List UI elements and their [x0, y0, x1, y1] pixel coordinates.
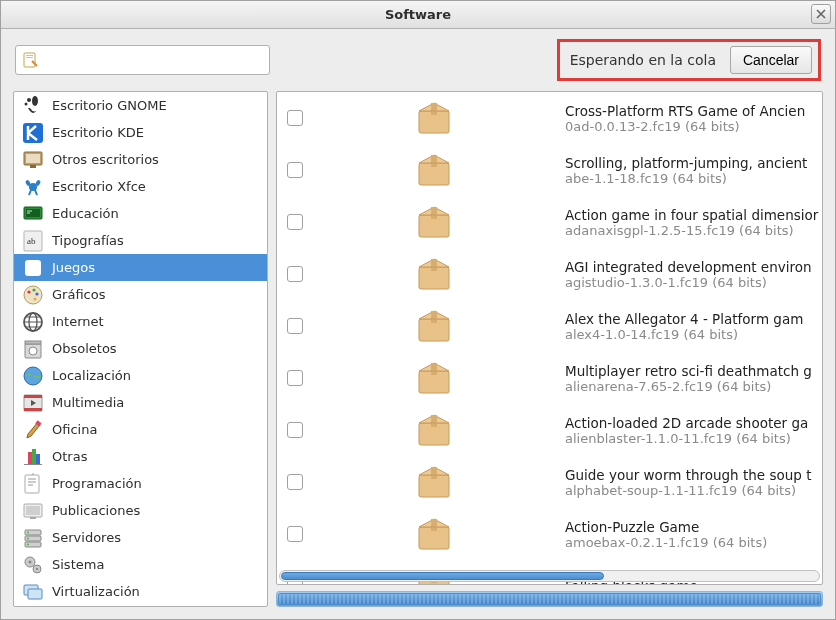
package-subtitle: alex4-1.0-14.fc19 (64 bits): [565, 327, 822, 342]
sidebar-item-kde[interactable]: Escritorio KDE: [14, 119, 267, 146]
package-checkbox[interactable]: [287, 162, 303, 178]
sidebar-item-servers[interactable]: Servidores: [14, 524, 267, 551]
sidebar-item-label: Otras: [52, 449, 87, 464]
sidebar-item-internet[interactable]: Internet: [14, 308, 267, 335]
sidebar-item-desktop[interactable]: Otros escritorios: [14, 146, 267, 173]
sidebar-item-label: Internet: [52, 314, 104, 329]
sidebar-item-fonts[interactable]: abTipografías: [14, 227, 267, 254]
status-highlight: Esperando en la cola Cancelar: [557, 39, 821, 81]
package-box-icon: [415, 359, 453, 397]
package-subtitle: agistudio-1.3.0-1.fc19 (64 bits): [565, 275, 822, 290]
package-box-icon: [415, 307, 453, 345]
svg-point-28: [29, 347, 37, 355]
locale-icon: [22, 365, 44, 387]
edit-find-icon: [22, 51, 40, 69]
svg-rect-74: [431, 519, 437, 531]
package-checkbox[interactable]: [287, 422, 303, 438]
package-checkbox[interactable]: [287, 474, 303, 490]
sidebar-item-system[interactable]: Sistema: [14, 551, 267, 578]
package-row[interactable]: Action-loaded 2D arcade shooter gaalienb…: [277, 404, 822, 456]
package-title: Action game in four spatial dimensior: [565, 207, 822, 223]
sidebar-item-label: Virtualización: [52, 584, 140, 599]
package-title: Guide your worm through the soup t: [565, 467, 822, 483]
package-row[interactable]: Cross-Platform RTS Game of Ancien0ad-0.0…: [277, 92, 822, 144]
sidebar-item-label: Servidores: [52, 530, 121, 545]
package-title: Multiplayer retro sci-fi deathmatch g: [565, 363, 822, 379]
package-box-icon: [415, 463, 453, 501]
package-row[interactable]: Alex the Allegator 4 - Platform gamalex4…: [277, 300, 822, 352]
sidebar-item-obsolete[interactable]: Obsoletos: [14, 335, 267, 362]
package-row[interactable]: Guide your worm through the soup talphab…: [277, 456, 822, 508]
sidebar-item-xfce[interactable]: Escritorio Xfce: [14, 173, 267, 200]
sidebar-item-multimedia[interactable]: Multimedia: [14, 389, 267, 416]
package-box-icon: [415, 255, 453, 293]
kde-icon: [22, 122, 44, 144]
package-box-icon: [415, 411, 453, 449]
svg-rect-29: [25, 341, 41, 344]
package-checkbox[interactable]: [287, 370, 303, 386]
package-text: Guide your worm through the soup talphab…: [565, 467, 822, 498]
search-input[interactable]: [15, 45, 270, 75]
sidebar-item-label: Publicaciones: [52, 503, 140, 518]
svg-rect-70: [431, 415, 437, 427]
dev-icon: [22, 473, 44, 495]
cancel-button[interactable]: Cancelar: [730, 46, 812, 74]
sidebar-item-locale[interactable]: Localización: [14, 362, 267, 389]
titlebar: Software: [1, 1, 835, 29]
app-window: Software Esperando en la cola Cancelar E…: [0, 0, 836, 620]
sidebar-item-graphics[interactable]: Gráficos: [14, 281, 267, 308]
sidebar-item-gnome[interactable]: Escritorio GNOME: [14, 92, 267, 119]
package-checkbox[interactable]: [287, 318, 303, 334]
graphics-icon: [22, 284, 44, 306]
package-checkbox[interactable]: [287, 266, 303, 282]
servers-icon: [22, 527, 44, 549]
sidebar-item-pub[interactable]: Publicaciones: [14, 497, 267, 524]
package-list[interactable]: Cross-Platform RTS Game of Ancien0ad-0.0…: [276, 91, 823, 585]
package-row[interactable]: Scrolling, platform-jumping, ancientabe-…: [277, 144, 822, 196]
main-panel: Cross-Platform RTS Game of Ancien0ad-0.0…: [276, 91, 823, 607]
sidebar-item-dev[interactable]: Programación: [14, 470, 267, 497]
svg-text:ab: ab: [27, 236, 36, 246]
content-area: Escritorio GNOMEEscritorio KDEOtros escr…: [1, 91, 835, 619]
package-subtitle: amoebax-0.2.1-1.fc19 (64 bits): [565, 535, 822, 550]
package-text: Multiplayer retro sci-fi deathmatch gali…: [565, 363, 822, 394]
package-title: AGI integrated development environ: [565, 259, 822, 275]
sidebar-item-virt[interactable]: Virtualización: [14, 578, 267, 605]
svg-point-52: [29, 560, 32, 563]
horizontal-scrollbar[interactable]: [279, 570, 820, 582]
package-title: Alex the Allegator 4 - Platform gam: [565, 311, 822, 327]
package-row[interactable]: AGI integrated development environagistu…: [277, 248, 822, 300]
scrollbar-thumb[interactable]: [281, 572, 604, 580]
package-checkbox[interactable]: [287, 526, 303, 542]
svg-point-50: [27, 543, 29, 545]
svg-rect-8: [26, 154, 40, 163]
svg-rect-44: [30, 517, 36, 519]
svg-point-3: [32, 96, 38, 106]
svg-rect-39: [36, 454, 40, 464]
sidebar-item-office[interactable]: Oficina: [14, 416, 267, 443]
category-sidebar[interactable]: Escritorio GNOMEEscritorio KDEOtros escr…: [13, 91, 268, 607]
sidebar-item-label: Localización: [52, 368, 131, 383]
fonts-icon: ab: [22, 230, 44, 252]
multimedia-icon: [22, 392, 44, 414]
svg-rect-43: [26, 506, 40, 515]
sidebar-item-education[interactable]: Educación: [14, 200, 267, 227]
system-icon: [22, 554, 44, 576]
sidebar-item-label: Programación: [52, 476, 142, 491]
package-row[interactable]: Action game in four spatial dimensiorada…: [277, 196, 822, 248]
package-subtitle: abe-1.1-18.fc19 (64 bits): [565, 171, 822, 186]
package-row[interactable]: Action-Puzzle Gameamoebax-0.2.1-1.fc19 (…: [277, 508, 822, 560]
package-checkbox[interactable]: [287, 110, 303, 126]
svg-point-4: [27, 98, 31, 102]
svg-point-54: [36, 567, 38, 569]
sidebar-item-other[interactable]: Otras: [14, 443, 267, 470]
sidebar-item-games[interactable]: Juegos: [14, 254, 267, 281]
close-button[interactable]: [811, 4, 831, 24]
svg-point-22: [32, 288, 35, 291]
package-text: Scrolling, platform-jumping, ancientabe-…: [565, 155, 822, 186]
package-row[interactable]: Multiplayer retro sci-fi deathmatch gali…: [277, 352, 822, 404]
sidebar-item-label: Educación: [52, 206, 119, 221]
sidebar-item-label: Juegos: [52, 260, 95, 275]
package-checkbox[interactable]: [287, 214, 303, 230]
package-text: Cross-Platform RTS Game of Ancien0ad-0.0…: [565, 103, 822, 134]
